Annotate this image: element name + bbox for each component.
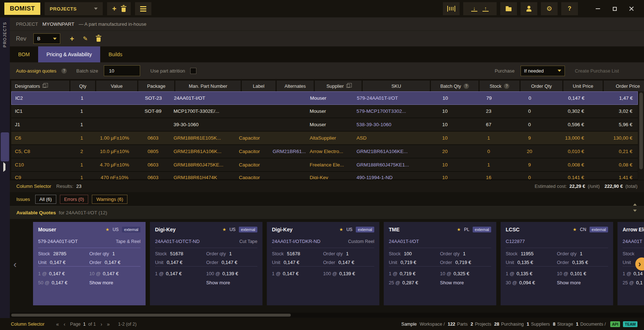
horizontal-scrollbar[interactable]	[10, 313, 644, 318]
scrollbar-thumb[interactable]	[639, 92, 643, 169]
table-row-c5-c8[interactable]: C5, C8210.0 μF±10%0805GRM21BR61A106K...C…	[11, 145, 638, 158]
team-badge[interactable]: TEAM	[623, 321, 637, 327]
column-header-supplier[interactable]: Supplier	[315, 81, 362, 91]
table-row-ic2[interactable]: IC21SOT-2324AA01T-I/OTMouser579-24AA01T-…	[11, 91, 638, 105]
column-header-batch-qty[interactable]: Batch Qty?	[431, 81, 478, 91]
api-badge[interactable]: API	[610, 321, 620, 327]
column-header-sku[interactable]: SKU	[363, 81, 430, 91]
quote-sku-link[interactable]: 579-24AA01T-I/OT	[38, 239, 78, 244]
help-icon[interactable]: ?	[61, 68, 67, 74]
cell-sku[interactable]: 579-MCP1700T3302...	[354, 108, 421, 114]
column-header-designators[interactable]: Designators	[11, 81, 69, 91]
cell-unit-price: 0,596 €	[550, 122, 590, 127]
divider	[155, 266, 257, 267]
quote-card-tme-3[interactable]: TME ★ PL external 24AA01T-I/OT Stock100 …	[384, 222, 496, 305]
vertical-scrollbar[interactable]	[638, 91, 644, 180]
window-maximize-button[interactable]	[606, 2, 623, 15]
table-row-j1[interactable]: J1139-30-1060Mouser538-39-30-1060106700,…	[11, 118, 638, 132]
quote-sku-link[interactable]: 24AA01T-I/OTCT-ND	[155, 239, 200, 244]
issues-tab-errors-0[interactable]: Errors (0)	[60, 195, 89, 204]
quotes-collapse-button[interactable]	[633, 212, 637, 217]
show-more-link[interactable]: Show more	[440, 280, 491, 285]
column-header-qty[interactable]: Qty	[70, 81, 95, 91]
quote-sku-link[interactable]: 24AA01T	[623, 239, 642, 244]
show-more-link[interactable]: Show more	[89, 280, 140, 285]
cell-sku[interactable]: GRM21BR61A106KE...	[354, 149, 421, 154]
column-selector-link[interactable]: Column Selector	[16, 183, 51, 189]
cell-sku[interactable]: 490-11994-1-ND	[354, 175, 421, 180]
show-more-link[interactable]: Show more	[206, 280, 257, 285]
attrition-checkbox[interactable]	[190, 68, 196, 74]
import-button[interactable]: ↓	[471, 6, 477, 12]
window-minimize-button[interactable]	[590, 2, 606, 15]
add-project-button[interactable]: +	[112, 5, 117, 12]
sidebar-expand-button[interactable]	[3, 164, 5, 170]
issues-collapse-button[interactable]	[633, 198, 637, 203]
create-purchase-list-button[interactable]: Create Purchase List	[575, 68, 619, 74]
show-more-link[interactable]: Show more	[557, 280, 608, 285]
settings-button[interactable]: ⚙	[541, 2, 558, 15]
window-close-button[interactable]	[623, 2, 640, 15]
quote-card-mouser-0[interactable]: Mouser ★ US external 579-24AA01T-I/OT Ta…	[33, 222, 146, 305]
export-button[interactable]: ↑	[482, 6, 489, 12]
stat-suppliers[interactable]: 1Suppliers	[527, 322, 550, 327]
delete-project-button[interactable]	[122, 6, 126, 12]
rev-select[interactable]: B	[33, 33, 60, 44]
purchase-select[interactable]: If needed	[521, 66, 565, 76]
table-row-c10[interactable]: C1014.70 μF±10%0603GRM188R60J475KE...Cap…	[11, 158, 638, 172]
break-qty: 30 @	[506, 280, 517, 285]
statusbar-column-selector-link[interactable]: Column Selector	[11, 322, 44, 327]
first-page-button[interactable]: «	[56, 321, 59, 327]
stat-purchasing[interactable]: 28Purchasing	[494, 322, 523, 327]
column-header-stock[interactable]: Stock?	[480, 81, 519, 91]
cell-sku[interactable]: GRM188R60J475KE1...	[354, 162, 421, 168]
column-header-order-price[interactable]: Order Price	[604, 81, 644, 91]
tab-bom[interactable]: BOM	[10, 46, 38, 62]
batch-size-input[interactable]	[104, 65, 140, 76]
column-header-alternates[interactable]: Alternates	[277, 81, 314, 91]
stat-projects[interactable]: 2Projects	[470, 322, 491, 327]
stat-storage[interactable]: 8Storage	[553, 322, 573, 327]
main-menu-button[interactable]	[135, 2, 151, 15]
help-button[interactable]: ?	[561, 2, 578, 15]
quote-sku-link[interactable]: C122877	[506, 239, 525, 244]
last-page-button[interactable]: »	[107, 321, 110, 327]
cell-sku[interactable]: 538-39-30-1060	[354, 122, 421, 127]
column-header-man-part-number[interactable]: Man. Part Number	[175, 81, 241, 91]
scrollbar-thumb[interactable]	[11, 314, 291, 317]
table-row-c9[interactable]: C91470 nF±10%0603GRM188R61H474KCapacitor…	[11, 172, 638, 180]
edit-revision-button[interactable]: ✎	[83, 36, 87, 42]
barcode-scan-button[interactable]	[443, 2, 460, 15]
tab-builds[interactable]: Builds	[100, 46, 131, 62]
account-button[interactable]	[521, 2, 537, 15]
cell-alternates[interactable]: GRM21BR61...	[270, 149, 307, 154]
column-header-package[interactable]: Package	[138, 81, 174, 91]
projects-menu-button[interactable]: PROJECTS	[45, 2, 103, 15]
stat-parts[interactable]: 122Parts	[448, 322, 468, 327]
column-header-value[interactable]: Value	[96, 81, 137, 91]
quote-sku-link[interactable]: 24AA01T-I/OT	[389, 239, 419, 244]
sidebar-projects-tab[interactable]: PROJECTS	[3, 22, 7, 48]
next-page-button[interactable]: ›	[101, 321, 102, 327]
quote-card-digi-key-2[interactable]: Digi-Key ★ US external 24AA01T-I/OTDKR-N…	[267, 222, 379, 305]
quote-card-digi-key-1[interactable]: Digi-Key ★ US external 24AA01T-I/OTCT-ND…	[150, 222, 262, 305]
issues-tab-all-6[interactable]: All (6)	[35, 195, 56, 204]
column-header-unit-price[interactable]: Unit Price	[563, 81, 603, 91]
documents-button[interactable]	[500, 2, 517, 15]
quotes-prev-button[interactable]: ‹	[11, 257, 19, 272]
issues-tab-warnings-6[interactable]: Warnings (6)	[92, 195, 127, 204]
delete-revision-button[interactable]	[97, 36, 101, 42]
quote-sku-link[interactable]: 24AA01T-I/OTDKR-ND	[272, 239, 321, 244]
table-row-ic1[interactable]: IC11SOT-89MCP1700T-3302E/...Mouser579-MC…	[11, 105, 638, 118]
add-revision-button[interactable]: +	[70, 35, 74, 42]
column-header-order-qty[interactable]: Order Qty	[521, 81, 562, 91]
stat-documents[interactable]: 1Documents /	[576, 322, 606, 327]
tab-pricing-availability[interactable]: Pricing & Availability	[38, 46, 100, 62]
sidebar-scroll-indicator[interactable]	[1, 132, 9, 161]
prev-page-button[interactable]: ‹	[64, 321, 65, 327]
column-header-label[interactable]: Label	[242, 81, 276, 91]
quote-card-lcsc-4[interactable]: LCSC ★ CN external C122877 Stock11955 Or…	[501, 222, 613, 305]
auto-assign-quotes-link[interactable]: Auto-assign quotes	[16, 68, 56, 74]
table-row-c6[interactable]: C611.00 μF±10%0603GRM188R61E105K...Capac…	[11, 132, 638, 145]
cell-sku[interactable]: 579-24AA01T-I/OT	[354, 95, 421, 101]
